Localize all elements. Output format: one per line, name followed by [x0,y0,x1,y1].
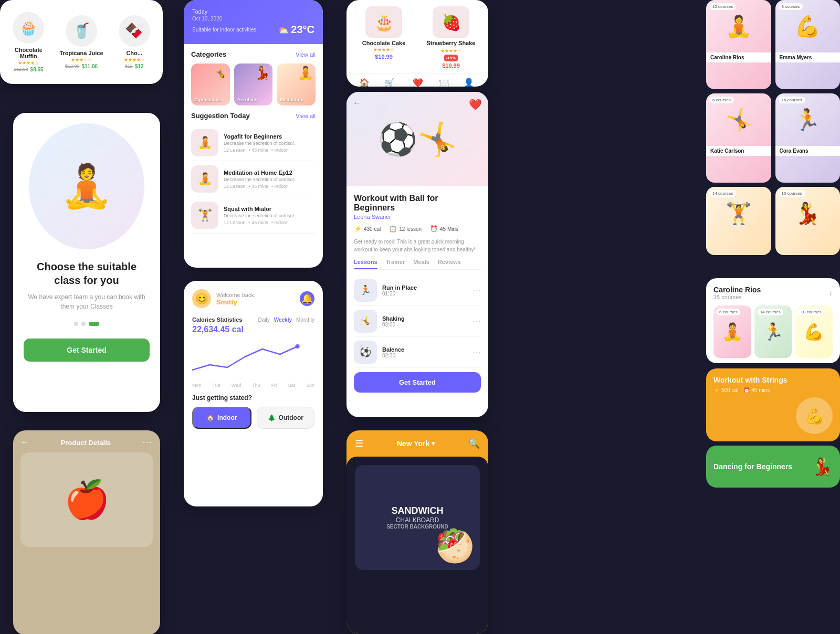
workout-get-started-button[interactable]: Get Started [354,372,481,393]
suggestion-item-1[interactable]: 🧘 Yogafit for Beginners Decrease the sec… [191,125,316,161]
day-sun: Sun [306,383,314,388]
lessons-stat: 📋 12 lesson [389,225,422,233]
trainer-card-6[interactable]: 10 courses 💃 [775,187,841,255]
calories-chart [192,339,314,381]
lesson-3-info: Balence 02:30 [382,346,467,358]
lesson-2-time: 03:00 [382,322,467,327]
photo-3-courses: 10 courses [798,309,824,315]
suggestion-2-image: 🧘 [191,165,218,193]
emma-name: Emma Myers [775,52,841,62]
meal-shake-image: 🍓 [433,6,469,38]
trainer-card-5[interactable]: 14 courses 🏋️ [706,187,771,255]
lesson-item-1[interactable]: 🏃 Run in Place 01:30 ⋯ [354,275,481,306]
tab-meals[interactable]: Meals [413,259,429,269]
indoor-label: Indoor [217,414,237,421]
heart-favorite-icon[interactable]: ❤️ [469,98,482,111]
notification-icon[interactable]: 🔔 [300,291,314,306]
aerobics-icon: 💃 [255,66,270,80]
duration-stat: ⏰ 45 Mins [430,225,458,233]
food-item-cho[interactable]: 🍫 Cho... ★★★★☆ $12 $12 [110,11,159,73]
favorites-icon: ❤️ [413,78,423,87]
back-arrow-icon[interactable]: ← [353,98,361,108]
dancing-title: Dancing for Beginners [713,462,792,471]
tab-trainer[interactable]: Trainer [386,259,405,269]
meditation-label: Meditation [280,97,303,102]
suggestion-1-title: Yogafit for Beginners [224,133,316,140]
category-aerobics[interactable]: 💃 Aerobics [234,64,273,105]
nav-home[interactable]: 🏠 Home [359,78,370,87]
category-meditation[interactable]: 🧘 Meditation [277,64,316,105]
hamburger-menu-icon[interactable]: ☰ [355,438,363,449]
trainer-card-caroline[interactable]: 15 courses 🧘 Caroline Rios [706,0,771,89]
lesson-2-name: Shaking [382,315,467,322]
food-juice-stars: ★★★☆☆ [71,57,92,62]
indoor-button[interactable]: 🏠 Indoor [192,407,251,429]
photo-2[interactable]: 14 courses 🏃 [754,305,792,358]
emma-courses-badge: 8 courses [779,3,803,10]
tab-weekly[interactable]: Weekly [274,317,292,323]
home-icon: 🏠 [359,78,370,87]
food-cho-old-price: $12 [125,64,133,69]
category-gymnastics[interactable]: 🤸 Gymnastics [191,64,230,105]
lesson-2-image: 🤸 [354,310,377,333]
tab-daily[interactable]: Daily [258,317,269,323]
nav-meals[interactable]: 🍽️ Meals [438,78,449,87]
lesson-1-name: Run in Place [382,284,467,291]
photo-1[interactable]: 6 courses 🧘 [713,305,751,358]
dancing-image: 💃 [812,457,833,477]
fitness-header: Today Oct 10, 2020 Suitable for indoor a… [184,0,323,44]
caroline-profile-name: Caroline Rios [713,286,761,294]
product-options-icon[interactable]: ··· [143,438,153,447]
product-details-card: ← Product Details ··· 🍎 [13,430,160,634]
meal-item-cake[interactable]: 🎂 Chocolate Cake ★★★★☆ $10.99 [353,6,415,69]
lesson-item-2[interactable]: 🤸 Shaking 03:00 ⋯ [354,306,481,337]
categories-title: Categories [191,50,226,58]
meal-shake-stars: ★★★★☆ [440,48,461,54]
activity-buttons: 🏠 Indoor 🌲 Outdoor [192,407,314,429]
strings-calories-value: 500 cal [721,387,738,393]
food-items-card: 🧁 Chocolate Muffin ★★★★☆ $12.08 $8.55 🥤 … [0,0,163,84]
outdoor-icon: 🌲 [268,414,276,421]
search-icon[interactable]: 🔍 [468,438,480,449]
trainer-card-cora[interactable]: 16 courses 🏃 Cora Evans [775,93,841,183]
suggestions-title: Suggestion Today [191,112,250,120]
suggestion-item-2[interactable]: 🧘 Meditation at Home Ep12 Decrease the s… [191,161,316,197]
tab-reviews[interactable]: Reviews [438,259,461,269]
outdoor-button[interactable]: 🌲 Outdoor [257,407,315,429]
nav-favorites[interactable]: ❤️ Favorites [409,78,426,87]
lightning-icon: ⚡ [354,225,362,233]
day-tue: Tue [213,383,220,388]
lesson-item-3[interactable]: ⚽ Balence 02:30 ⋯ [354,337,481,368]
trainer-card-emma[interactable]: 8 courses 💪 Emma Myers [775,0,841,89]
strings-duration-stat: ⏰ 45 mins [743,387,770,393]
suggestion-1-info: Yogafit for Beginners Decrease the secre… [224,133,316,153]
food-item-juice[interactable]: 🥤 Tropicana Juice ★★★☆☆ $12.08 $11.06 [57,11,106,73]
trainer-card-katie[interactable]: 6 courses 🤸 Katie Carlson [706,93,771,183]
city-selector[interactable]: New York ▾ [397,439,435,448]
sort-icon[interactable]: ↕ [829,289,833,297]
suggestion-item-3[interactable]: 🏋️ Squat with Mialor Decrease the secret… [191,197,316,234]
suggestion-2-meta: 12 Lesson 45 mins Indoor [224,184,316,189]
day-sat: Sat [288,383,295,388]
aerobics-label: Aerobics [237,97,258,102]
nav-profiles[interactable]: 👤 Profiles [462,78,476,87]
dancing-card[interactable]: Dancing for Beginners 💃 [706,446,840,488]
tab-lessons[interactable]: Lessons [354,259,377,269]
suggestions-view-all[interactable]: View all [296,113,316,119]
sandwich-promo-banner[interactable]: Sandwich Chalkboard Sector Background 🥙 [355,465,480,570]
workout-strings-card[interactable]: Workout with Strings ⚡ 500 cal ⏰ 45 mins… [706,368,840,441]
get-started-button[interactable]: Get Started [24,339,150,362]
nav-cart[interactable]: 🛒 My Cart [382,78,397,87]
welcome-name: Smitty [216,298,256,306]
photo-3[interactable]: 10 courses 💪 [795,305,833,358]
suggestion-2-title: Meditation at Home Ep12 [224,170,316,176]
meal-cake-stars: ★★★★☆ [373,47,394,52]
caroline-courses-badge: 15 courses [709,3,736,10]
lesson-1-image: 🏃 [354,279,377,302]
tab-monthly[interactable]: Monthly [296,317,314,323]
food-item-muffin[interactable]: 🧁 Chocolate Muffin ★★★★☆ $12.08 $8.55 [4,8,53,77]
product-back-icon[interactable]: ← [20,438,29,447]
categories-view-all[interactable]: View all [296,51,316,58]
meal-item-shake[interactable]: 🍓 Strawberry Shake ★★★★☆ -15% $10.99 [420,6,482,69]
meal-cake-name: Chocolate Cake [362,40,406,46]
